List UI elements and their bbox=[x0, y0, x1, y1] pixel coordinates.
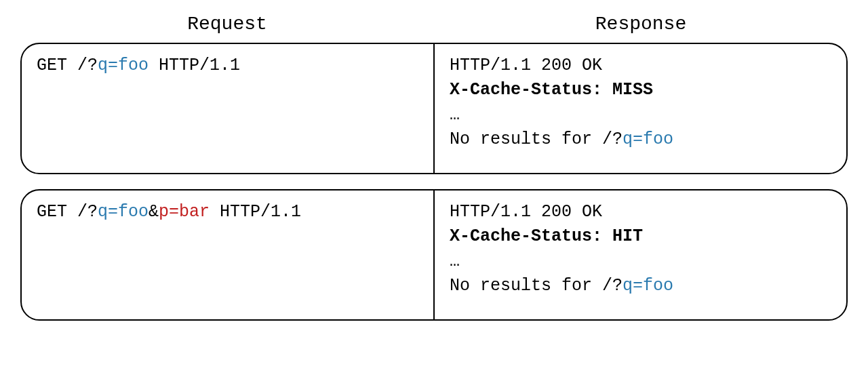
response-cell: HTTP/1.1 200 OK X-Cache-Status: MISS … N… bbox=[435, 44, 846, 173]
request-line: GET /?q=foo HTTP/1.1 bbox=[37, 54, 418, 78]
body-prefix: No results for /? bbox=[450, 129, 623, 149]
request-header: Request bbox=[20, 14, 434, 35]
cache-header: X-Cache-Status: HIT bbox=[450, 224, 831, 249]
body-query: q=foo bbox=[623, 129, 673, 149]
response-cell: HTTP/1.1 200 OK X-Cache-Status: HIT … No… bbox=[435, 190, 846, 319]
cache-header-label: X-Cache-Status: bbox=[450, 80, 612, 100]
query-primary: q=foo bbox=[98, 202, 149, 222]
request-line: GET /?q=foo&p=bar HTTP/1.1 bbox=[37, 200, 418, 224]
path-prefix: /? bbox=[77, 202, 98, 222]
exchange-row: GET /?q=foo&p=bar HTTP/1.1 HTTP/1.1 200 … bbox=[20, 189, 848, 321]
http-version: HTTP/1.1 bbox=[210, 202, 301, 222]
http-method: GET bbox=[37, 202, 67, 222]
status-line: HTTP/1.1 200 OK bbox=[450, 200, 831, 224]
cache-header-value: MISS bbox=[612, 80, 653, 100]
http-version: HTTP/1.1 bbox=[149, 56, 240, 75]
body-query: q=foo bbox=[623, 276, 673, 296]
http-method: GET bbox=[37, 56, 67, 75]
ellipsis: … bbox=[450, 103, 831, 127]
response-body: No results for /?q=foo bbox=[450, 274, 831, 298]
column-headers: Request Response bbox=[20, 14, 848, 35]
body-prefix: No results for /? bbox=[450, 276, 623, 296]
query-secondary: p=bar bbox=[159, 202, 210, 222]
cache-header-value: HIT bbox=[612, 226, 643, 246]
ellipsis: … bbox=[450, 249, 831, 274]
response-body: No results for /?q=foo bbox=[450, 127, 831, 152]
query-separator: & bbox=[149, 202, 159, 222]
status-line: HTTP/1.1 200 OK bbox=[450, 54, 831, 78]
request-cell: GET /?q=foo&p=bar HTTP/1.1 bbox=[22, 190, 435, 319]
request-cell: GET /?q=foo HTTP/1.1 bbox=[22, 44, 435, 173]
cache-header-label: X-Cache-Status: bbox=[450, 226, 612, 246]
response-header: Response bbox=[434, 14, 848, 35]
cache-header: X-Cache-Status: MISS bbox=[450, 78, 831, 102]
query-primary: q=foo bbox=[98, 56, 149, 75]
exchange-row: GET /?q=foo HTTP/1.1 HTTP/1.1 200 OK X-C… bbox=[20, 43, 848, 174]
path-prefix: /? bbox=[77, 56, 98, 75]
